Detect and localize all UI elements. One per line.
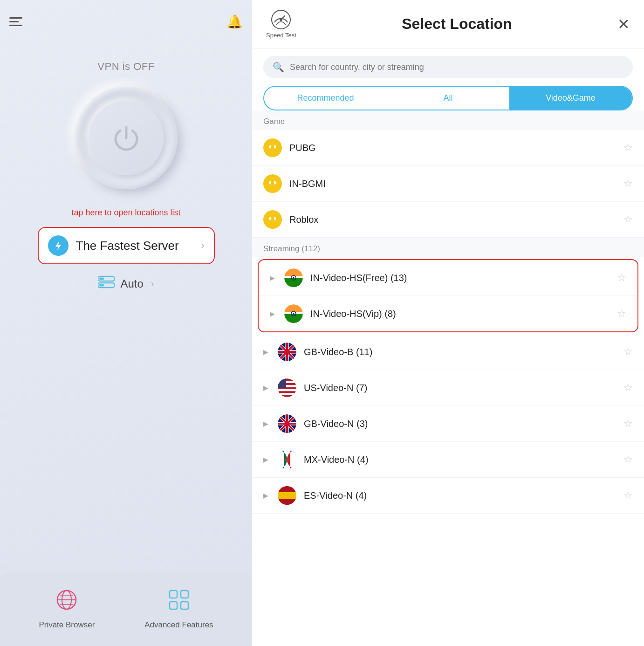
svg-point-37	[293, 277, 295, 279]
expand-icon: ▶	[270, 274, 275, 282]
svg-rect-10	[170, 591, 177, 598]
list-item-gb-video-n[interactable]: ▶ GB-Video-N (3) ☆	[252, 406, 644, 442]
power-button[interactable]	[75, 87, 178, 189]
hamburger-menu[interactable]	[9, 17, 22, 26]
grid-icon	[167, 588, 191, 616]
tab-video-game[interactable]: Video&Game	[509, 87, 632, 110]
speed-test-label: Speed Test	[266, 32, 296, 39]
item-name-gb-video-n: GB-Video-N (3)	[304, 419, 616, 429]
flag-gb2	[278, 414, 296, 433]
search-icon: 🔍	[273, 62, 284, 73]
star-icon[interactable]: ☆	[623, 178, 633, 190]
flag-india	[284, 268, 303, 287]
svg-rect-33	[271, 217, 274, 220]
advanced-features-button[interactable]: Advanced Features	[144, 588, 213, 630]
svg-rect-27	[271, 181, 274, 184]
auto-button[interactable]: Auto ›	[98, 275, 154, 292]
star-icon[interactable]: ☆	[623, 213, 633, 226]
tab-recommended[interactable]: Recommended	[264, 87, 387, 110]
game-icon-bgmi	[263, 174, 282, 193]
vpn-status: VPN is OFF	[97, 61, 154, 73]
tabs: Recommended All Video&Game	[263, 86, 633, 110]
location-list: Game PUBG ☆ IN-BGMI ☆ Roblox ☆ Streaming…	[252, 110, 644, 646]
svg-rect-73	[278, 499, 296, 505]
list-item-in-video-vip[interactable]: ▶ IN-Video-HS(Vip) (8) ☆	[259, 296, 637, 331]
expand-icon: ▶	[263, 420, 268, 427]
right-header: Speed Test Select Location ✕	[252, 0, 644, 48]
svg-marker-0	[55, 241, 61, 250]
expand-icon: ▶	[263, 348, 268, 356]
expand-icon: ▶	[270, 310, 275, 317]
svg-rect-13	[181, 602, 188, 609]
speed-test-button[interactable]: Speed Test	[266, 9, 296, 39]
svg-rect-21	[271, 145, 274, 148]
list-item[interactable]: PUBG ☆	[252, 130, 644, 166]
game-icon-roblox	[263, 210, 282, 229]
list-item[interactable]: IN-BGMI ☆	[252, 166, 644, 202]
notification-bell-icon[interactable]: 🔔	[226, 14, 243, 29]
svg-rect-4	[99, 284, 104, 287]
star-icon[interactable]: ☆	[617, 272, 626, 284]
svg-rect-57	[278, 378, 286, 388]
list-item-gb-video-b[interactable]: ▶ GB-Video-B (11) ☆	[252, 334, 644, 370]
expand-icon: ▶	[263, 384, 268, 392]
flag-es	[278, 486, 296, 505]
item-name-pubg: PUBG	[289, 143, 616, 153]
item-name-in-video-free: IN-Video-HS(Free) (13)	[310, 273, 610, 283]
star-icon[interactable]: ☆	[623, 382, 633, 394]
power-inner	[89, 101, 164, 175]
star-icon[interactable]: ☆	[623, 346, 633, 358]
list-item-es-video-n[interactable]: ▶ ES-Video-N (4) ☆	[252, 478, 644, 514]
power-symbol-icon	[110, 122, 143, 154]
bolt-icon	[48, 235, 69, 256]
star-icon[interactable]: ☆	[617, 308, 626, 320]
item-name-roblox: Roblox	[289, 214, 616, 225]
svg-rect-11	[181, 591, 188, 598]
svg-point-69	[285, 457, 289, 462]
item-name-bgmi: IN-BGMI	[289, 179, 616, 189]
expand-icon: ▶	[263, 492, 268, 499]
item-name-us-video-n: US-Video-N (7)	[304, 383, 616, 393]
star-icon[interactable]: ☆	[623, 418, 633, 430]
tap-hint-label: tap here to open locations list	[71, 208, 180, 218]
select-location-title: Select Location	[304, 15, 610, 33]
right-panel: Speed Test Select Location ✕ 🔍 Recommend…	[252, 0, 644, 646]
list-item-in-video-free[interactable]: ▶ IN-Video-HS(Free) (13) ☆	[259, 260, 637, 296]
list-item-us-video-n[interactable]: ▶ US-Video-N (7) ☆	[252, 370, 644, 406]
flag-gb	[278, 343, 296, 361]
svg-rect-72	[278, 486, 296, 492]
svg-point-15	[280, 18, 282, 21]
fastest-server-label: The Fastest Server	[76, 239, 194, 253]
star-icon[interactable]: ☆	[623, 142, 633, 154]
auto-icon	[98, 275, 115, 292]
fastest-server-chevron: ›	[201, 240, 204, 252]
advanced-features-label: Advanced Features	[144, 620, 213, 630]
tab-all[interactable]: All	[387, 87, 509, 110]
expand-icon: ▶	[263, 456, 268, 463]
game-icon-pubg	[263, 138, 282, 157]
flag-mx	[278, 450, 296, 469]
list-item-mx-video-n[interactable]: ▶ MX-Video-N (4) ☆	[252, 442, 644, 478]
svg-rect-55	[278, 389, 296, 391]
star-icon[interactable]: ☆	[623, 454, 633, 466]
search-input[interactable]	[290, 62, 623, 72]
globe-icon	[55, 588, 78, 616]
list-item[interactable]: Roblox ☆	[252, 202, 644, 238]
svg-rect-56	[278, 393, 296, 395]
left-panel: 🔔 VPN is OFF tap here to open locations …	[0, 0, 252, 646]
svg-rect-3	[99, 278, 104, 280]
item-name-in-video-vip: IN-Video-HS(Vip) (8)	[310, 309, 610, 319]
svg-rect-12	[170, 602, 177, 609]
left-header: 🔔	[0, 9, 252, 34]
private-browser-button[interactable]: Private Browser	[39, 588, 95, 630]
fastest-server-button[interactable]: The Fastest Server ›	[38, 227, 215, 264]
item-name-es-video-n: ES-Video-N (4)	[304, 490, 616, 501]
flag-india	[284, 304, 303, 323]
auto-chevron-icon: ›	[151, 278, 154, 289]
close-button[interactable]: ✕	[617, 17, 630, 32]
private-browser-label: Private Browser	[39, 620, 95, 630]
search-bar[interactable]: 🔍	[263, 56, 633, 78]
svg-rect-71	[278, 492, 296, 499]
item-name-mx-video-n: MX-Video-N (4)	[304, 454, 616, 465]
star-icon[interactable]: ☆	[623, 489, 633, 502]
